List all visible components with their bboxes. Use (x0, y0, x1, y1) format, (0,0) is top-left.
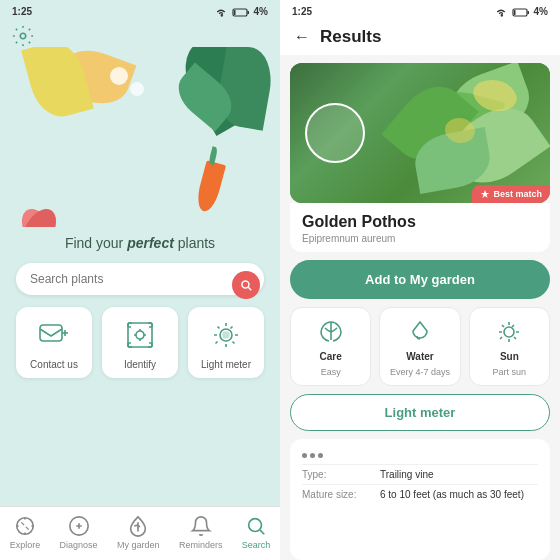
left-battery: 4% (254, 6, 268, 17)
care-cards: Care Easy Water Every 4-7 days Sun Part … (280, 307, 560, 394)
care-card-water-value: Every 4-7 days (390, 367, 450, 377)
star-icon (480, 189, 490, 199)
svg-point-17 (504, 327, 514, 337)
search-input[interactable] (16, 263, 264, 295)
care-card-sun-title: Sun (500, 351, 519, 362)
search-icon (239, 278, 253, 292)
wifi-icon (214, 7, 228, 17)
right-wifi-icon (494, 7, 508, 17)
light-meter-label: Light meter (201, 359, 251, 370)
identify-icon (122, 317, 158, 353)
care-icon (317, 318, 345, 346)
nav-explore[interactable]: Explore (4, 515, 47, 550)
svg-point-0 (220, 14, 222, 16)
svg-rect-15 (527, 11, 529, 14)
plant-illustration (0, 47, 280, 227)
detail-type-label: Type: (302, 469, 372, 480)
right-panel: 1:25 4% ← Results (280, 0, 560, 560)
reminders-icon (190, 515, 212, 537)
care-card-water-title: Water (406, 351, 433, 362)
nav-explore-label: Explore (10, 540, 41, 550)
svg-point-11 (17, 518, 34, 535)
contact-us-button[interactable]: Contact us (16, 307, 92, 378)
battery-icon (232, 7, 250, 17)
svg-rect-16 (514, 10, 516, 15)
nav-search[interactable]: Search (236, 515, 277, 550)
bottom-nav: Explore Diagnose My garden Reminders (0, 506, 280, 560)
care-card-sun: Sun Part sun (469, 307, 550, 386)
right-status-right: 4% (494, 6, 548, 17)
search-nav-icon (245, 515, 267, 537)
tagline: Find your perfect plants (0, 227, 280, 263)
svg-rect-3 (234, 10, 236, 15)
svg-point-8 (136, 331, 144, 339)
badge-label: Best match (493, 189, 542, 199)
search-button[interactable] (232, 271, 260, 299)
search-container (0, 263, 280, 307)
contact-icon (36, 317, 72, 353)
plant-scientific-name: Epipremnum aureum (302, 233, 538, 244)
light-meter-icon (208, 317, 244, 353)
plant-info: Golden Pothos Epipremnum aureum (290, 203, 550, 252)
svg-rect-2 (247, 11, 249, 14)
left-app-header (0, 21, 280, 47)
left-status-right: 4% (214, 6, 268, 17)
svg-point-5 (242, 281, 249, 288)
detail-type-value: Trailing vine (380, 469, 538, 480)
add-to-garden-button[interactable]: Add to My garden (290, 260, 550, 299)
nav-my-garden[interactable]: My garden (111, 515, 166, 550)
right-battery: 4% (534, 6, 548, 17)
left-time: 1:25 (12, 6, 32, 17)
dots-menu[interactable] (302, 451, 323, 460)
nav-diagnose[interactable]: Diagnose (54, 515, 104, 550)
sun-icon (495, 318, 523, 346)
svg-rect-6 (40, 325, 62, 341)
plant-image: Best match (290, 63, 550, 203)
results-title: Results (320, 27, 381, 47)
right-time: 1:25 (292, 6, 312, 17)
detail-row-type: Type: Trailing vine (302, 465, 538, 485)
left-status-bar: 1:25 4% (0, 0, 280, 21)
diagnose-icon (68, 515, 90, 537)
svg-point-10 (223, 332, 229, 338)
care-card-sun-value: Part sun (493, 367, 527, 377)
my-garden-icon (127, 515, 149, 537)
care-card-care-value: Easy (321, 367, 341, 377)
detail-size-value: 6 to 10 feet (as much as 30 feet) (380, 489, 538, 500)
back-button[interactable]: ← (294, 28, 310, 46)
decorative-carrot (194, 160, 226, 213)
light-meter-button[interactable]: Light meter (188, 307, 264, 378)
detail-row-size: Mature size: 6 to 10 feet (as much as 30… (302, 485, 538, 504)
light-meter-result-button[interactable]: Light meter (290, 394, 550, 431)
svg-point-13 (500, 14, 502, 16)
care-card-care: Care Easy (290, 307, 371, 386)
svg-point-12 (249, 519, 262, 532)
right-header: ← Results (280, 21, 560, 55)
nav-garden-label: My garden (117, 540, 160, 550)
left-panel: 1:25 4% (0, 0, 280, 560)
water-icon (406, 318, 434, 346)
detail-row-dots (302, 447, 538, 465)
nav-reminders-label: Reminders (179, 540, 223, 550)
settings-gear-icon[interactable] (12, 25, 34, 47)
nav-search-label: Search (242, 540, 271, 550)
svg-point-4 (20, 33, 26, 39)
details-section: Type: Trailing vine Mature size: 6 to 10… (290, 439, 550, 560)
plant-name: Golden Pothos (302, 213, 538, 231)
nav-diagnose-label: Diagnose (60, 540, 98, 550)
plant-circle-highlight (305, 103, 365, 163)
care-card-water: Water Every 4-7 days (379, 307, 460, 386)
identify-label: Identify (124, 359, 156, 370)
nav-reminders[interactable]: Reminders (173, 515, 229, 550)
contact-label: Contact us (30, 359, 78, 370)
best-match-badge: Best match (472, 185, 550, 203)
right-status-bar: 1:25 4% (280, 0, 560, 21)
right-battery-icon (512, 7, 530, 17)
svg-rect-7 (128, 323, 152, 347)
detail-size-label: Mature size: (302, 489, 372, 500)
identify-button[interactable]: Identify (102, 307, 178, 378)
action-buttons: Contact us Identify Light meter (0, 307, 280, 390)
care-card-care-title: Care (320, 351, 342, 362)
explore-icon (14, 515, 36, 537)
